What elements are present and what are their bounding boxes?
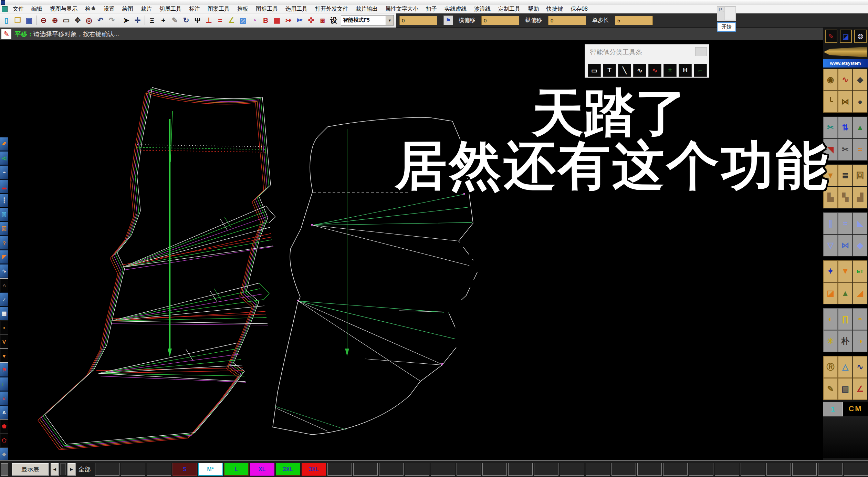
iron-tool-icon[interactable]: ◐ xyxy=(823,308,838,330)
layer-cell[interactable] xyxy=(766,463,791,476)
sewing-machine-icon[interactable]: ◆ xyxy=(853,69,867,91)
pins-tool-icon[interactable]: ⚑ xyxy=(0,363,8,377)
pant-piece-icon[interactable]: ▚ xyxy=(838,187,853,208)
pan-hand-icon[interactable]: ✥ xyxy=(72,15,83,26)
menu-item-图案工具[interactable]: 图案工具 xyxy=(204,6,233,13)
add-point-icon[interactable]: + xyxy=(158,15,169,26)
angle-tool-icon[interactable]: ∠ xyxy=(226,15,237,26)
curve-mode-icon[interactable]: ◪ xyxy=(840,30,852,43)
h-offset-input[interactable] xyxy=(481,16,519,25)
v-offset-input[interactable] xyxy=(548,16,586,25)
zipper-tool-icon[interactable]: ≣ xyxy=(838,165,853,186)
scissors-tool-icon[interactable]: ✂ xyxy=(294,15,305,26)
fork-tool-icon[interactable]: Ψ xyxy=(192,15,203,26)
scroll-corner[interactable] xyxy=(1,463,8,476)
mirror-icon[interactable]: ⚑ xyxy=(443,15,453,25)
set-square-icon[interactable]: △ xyxy=(838,356,853,378)
dart-triangle-tool-icon[interactable]: ▼ xyxy=(0,349,8,363)
target-mode-icon[interactable]: ❂ xyxy=(854,30,867,43)
menu-item-标注[interactable]: 标注 xyxy=(185,6,204,13)
wave-piece-icon[interactable]: ≈ xyxy=(853,139,867,160)
point-line-icon[interactable]: ⌁ xyxy=(0,165,8,179)
redo-icon[interactable]: ↷ xyxy=(106,15,117,26)
menu-item-打开外发文件[interactable]: 打开外发文件 xyxy=(311,6,352,13)
undo-icon[interactable]: ↶ xyxy=(95,15,106,26)
calculator-icon[interactable]: ▤ xyxy=(838,378,853,400)
chevron-down-icon[interactable]: ▼ xyxy=(386,16,394,25)
layer-cell[interactable] xyxy=(792,463,817,476)
smart-pen-panel[interactable]: 智能笔分类工具条 ▭T╲∿∿±H⌐ xyxy=(585,44,709,78)
curve-ruler-icon[interactable]: ╰ xyxy=(823,91,838,113)
step-start-input[interactable] xyxy=(399,16,437,25)
layer-cell[interactable] xyxy=(586,463,610,476)
recorder-start-button[interactable]: 开始 xyxy=(717,22,736,32)
menu-item-设置[interactable]: 设置 xyxy=(100,6,118,13)
size-scroll-track[interactable] xyxy=(60,463,66,475)
blob-tool-icon[interactable]: ❖ xyxy=(0,448,8,462)
color-grid-tool-icon[interactable]: ▦ xyxy=(271,15,283,26)
size-button-3XL[interactable]: 3XL xyxy=(302,463,326,476)
curve-adjust-tool[interactable]: ∿ xyxy=(648,64,661,77)
tape-measure-icon[interactable]: Ⓡ xyxy=(823,356,838,378)
menu-item-波浪线[interactable]: 波浪线 xyxy=(470,6,494,13)
curve-measure-icon[interactable]: ∿ xyxy=(853,356,867,378)
menu-item-图标工具[interactable]: 图标工具 xyxy=(252,6,282,13)
next-size-button[interactable]: ▶ xyxy=(67,463,76,476)
layer-cell[interactable] xyxy=(534,463,558,476)
layer-cell[interactable] xyxy=(457,463,481,476)
step-length-input[interactable] xyxy=(615,16,653,25)
pleat-lines-icon[interactable]: ∥ xyxy=(823,212,838,234)
hatch-tool-icon[interactable]: ▨ xyxy=(237,15,249,26)
overlock-machine-icon[interactable]: ● xyxy=(853,91,867,113)
size-button-2XL[interactable]: 2XL xyxy=(276,463,300,476)
layer-cell[interactable] xyxy=(560,463,584,476)
home-tool-icon[interactable]: ⌂ xyxy=(0,278,8,292)
size-button-L[interactable]: L xyxy=(224,463,249,476)
menu-item-视图与显示[interactable]: 视图与显示 xyxy=(46,6,81,13)
rect-tool[interactable]: ▭ xyxy=(588,64,601,77)
new-file-icon[interactable]: ▯ xyxy=(1,15,12,26)
pattern-canvas[interactable] xyxy=(0,0,868,477)
awl-tool-icon[interactable]: ✎ xyxy=(823,378,838,400)
mode-select[interactable]: 智能模式F5 ▼ xyxy=(341,15,394,25)
zoom-in-icon[interactable]: ⊕ xyxy=(49,15,61,26)
menu-item-推板[interactable]: 推板 xyxy=(233,6,252,13)
swap-tool-icon[interactable]: ⇅ xyxy=(838,117,853,138)
layer-cell[interactable] xyxy=(818,463,843,476)
stitch-tool-icon[interactable]: ∿ xyxy=(838,69,853,91)
layer-cell[interactable] xyxy=(844,463,868,476)
adjust-tool-icon[interactable]: Ξ xyxy=(146,15,158,26)
block-tool-icon[interactable]: ▪ xyxy=(0,321,8,334)
grid-tool-icon[interactable]: # xyxy=(0,391,8,405)
open-folder-icon[interactable]: ❒ xyxy=(12,15,23,26)
layer-cell[interactable] xyxy=(147,463,171,476)
slope-piece-icon[interactable]: ◢ xyxy=(853,282,867,304)
display-layer-button[interactable]: 显示层 xyxy=(12,463,49,476)
cut-piece-icon[interactable]: ✂ xyxy=(838,139,853,160)
menu-item-保存08[interactable]: 保存08 xyxy=(567,6,592,13)
text-tool[interactable]: T xyxy=(603,64,616,77)
pin-tool-icon[interactable]: ✣ xyxy=(305,15,317,26)
spiral-tool-icon[interactable]: 回 xyxy=(853,165,867,186)
fold-cross-icon[interactable]: ⋈ xyxy=(838,235,853,256)
pen-disabled-icon[interactable]: ✎ xyxy=(169,15,180,26)
layer-cell[interactable] xyxy=(715,463,739,476)
layer-cell[interactable] xyxy=(431,463,455,476)
capture-tool-icon[interactable]: ◙ xyxy=(317,15,328,26)
unit-label[interactable]: CM xyxy=(843,402,868,416)
divide-marks-icon[interactable]: ┇ xyxy=(0,194,8,207)
layer-cell[interactable] xyxy=(611,463,636,476)
pants-tool-icon[interactable]: ∏ xyxy=(838,308,853,330)
menu-item-属性文字大小[interactable]: 属性文字大小 xyxy=(381,6,422,13)
polygon-fill-tool-icon[interactable]: ⬟ xyxy=(0,419,8,433)
patch-tool-icon[interactable]: ✳ xyxy=(823,330,838,352)
cut-tool-icon[interactable]: ✂ xyxy=(823,117,838,138)
menu-item-帮助[interactable]: 帮助 xyxy=(524,6,543,13)
text-a-tool-icon[interactable]: A xyxy=(0,405,8,419)
settings-tool-icon[interactable]: 设 xyxy=(328,15,339,26)
layer-number[interactable]: 1 xyxy=(823,402,843,416)
layer-cell[interactable] xyxy=(405,463,429,476)
save-icon[interactable]: ▣ xyxy=(23,15,35,26)
layer-cell[interactable] xyxy=(508,463,533,476)
perpendicular-tool-icon[interactable]: ⊥ xyxy=(203,15,215,26)
